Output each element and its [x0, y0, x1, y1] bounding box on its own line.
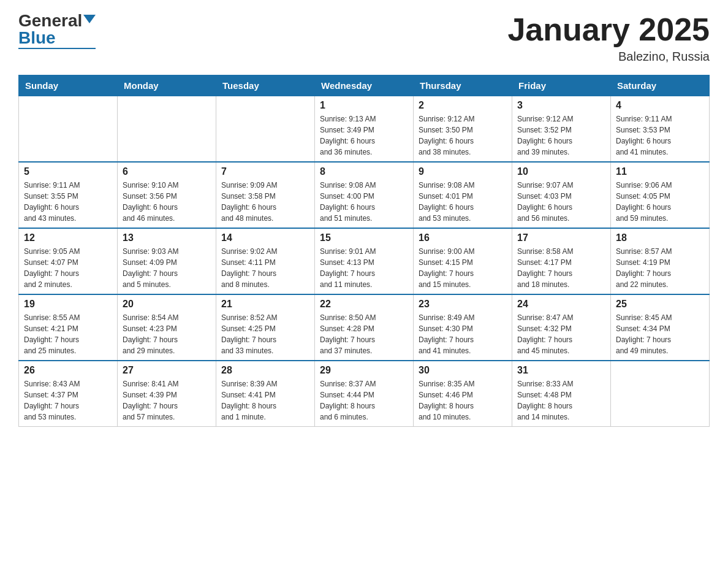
- day-number: 20: [123, 299, 211, 310]
- calendar-body: 1Sunrise: 9:13 AM Sunset: 3:49 PM Daylig…: [19, 96, 710, 427]
- logo: General Blue: [18, 12, 96, 49]
- day-number: 26: [24, 365, 112, 376]
- day-number: 9: [419, 166, 507, 177]
- calendar-cell: 27Sunrise: 8:41 AM Sunset: 4:39 PM Dayli…: [118, 361, 216, 427]
- calendar-cell: 8Sunrise: 9:08 AM Sunset: 4:00 PM Daylig…: [315, 162, 414, 228]
- day-number: 23: [419, 299, 507, 310]
- calendar-cell: 22Sunrise: 8:50 AM Sunset: 4:28 PM Dayli…: [315, 294, 414, 361]
- calendar-cell: 9Sunrise: 9:08 AM Sunset: 4:01 PM Daylig…: [414, 162, 512, 228]
- calendar-cell: 15Sunrise: 9:01 AM Sunset: 4:13 PM Dayli…: [315, 228, 414, 294]
- header-day-sunday: Sunday: [19, 75, 118, 96]
- calendar-cell: 12Sunrise: 9:05 AM Sunset: 4:07 PM Dayli…: [19, 228, 118, 294]
- day-info: Sunrise: 9:09 AM Sunset: 3:58 PM Dayligh…: [221, 180, 309, 224]
- day-number: 4: [616, 100, 704, 111]
- day-info: Sunrise: 8:52 AM Sunset: 4:25 PM Dayligh…: [221, 312, 309, 356]
- day-number: 1: [320, 100, 408, 111]
- calendar-cell: 26Sunrise: 8:43 AM Sunset: 4:37 PM Dayli…: [19, 361, 118, 427]
- day-info: Sunrise: 8:39 AM Sunset: 4:41 PM Dayligh…: [221, 378, 309, 423]
- calendar-cell: 21Sunrise: 8:52 AM Sunset: 4:25 PM Dayli…: [216, 294, 315, 361]
- day-number: 27: [123, 365, 211, 376]
- day-info: Sunrise: 8:49 AM Sunset: 4:30 PM Dayligh…: [419, 312, 507, 356]
- day-number: 3: [517, 100, 605, 111]
- day-info: Sunrise: 8:47 AM Sunset: 4:32 PM Dayligh…: [517, 312, 605, 356]
- calendar-cell: 23Sunrise: 8:49 AM Sunset: 4:30 PM Dayli…: [414, 294, 512, 361]
- header-row: SundayMondayTuesdayWednesdayThursdayFrid…: [19, 75, 710, 96]
- calendar-cell: 16Sunrise: 9:00 AM Sunset: 4:15 PM Dayli…: [414, 228, 512, 294]
- day-number: 10: [517, 166, 605, 177]
- calendar-cell: 19Sunrise: 8:55 AM Sunset: 4:21 PM Dayli…: [19, 294, 118, 361]
- day-number: 22: [320, 299, 408, 310]
- calendar-header: SundayMondayTuesdayWednesdayThursdayFrid…: [19, 75, 710, 96]
- day-number: 29: [320, 365, 408, 376]
- day-info: Sunrise: 8:54 AM Sunset: 4:23 PM Dayligh…: [123, 312, 211, 356]
- day-info: Sunrise: 8:37 AM Sunset: 4:44 PM Dayligh…: [320, 378, 408, 423]
- calendar-cell: 10Sunrise: 9:07 AM Sunset: 4:03 PM Dayli…: [512, 162, 611, 228]
- calendar-cell: 29Sunrise: 8:37 AM Sunset: 4:44 PM Dayli…: [315, 361, 414, 427]
- calendar-cell: 7Sunrise: 9:09 AM Sunset: 3:58 PM Daylig…: [216, 162, 315, 228]
- day-info: Sunrise: 8:45 AM Sunset: 4:34 PM Dayligh…: [616, 312, 704, 356]
- calendar-cell: 18Sunrise: 8:57 AM Sunset: 4:19 PM Dayli…: [611, 228, 710, 294]
- calendar-cell: 11Sunrise: 9:06 AM Sunset: 4:05 PM Dayli…: [611, 162, 710, 228]
- calendar-cell: 4Sunrise: 9:11 AM Sunset: 3:53 PM Daylig…: [611, 96, 710, 163]
- calendar-cell: 1Sunrise: 9:13 AM Sunset: 3:49 PM Daylig…: [315, 96, 414, 163]
- day-info: Sunrise: 9:03 AM Sunset: 4:09 PM Dayligh…: [123, 246, 211, 290]
- day-info: Sunrise: 8:33 AM Sunset: 4:48 PM Dayligh…: [517, 378, 605, 423]
- calendar-cell: 2Sunrise: 9:12 AM Sunset: 3:50 PM Daylig…: [414, 96, 512, 163]
- day-info: Sunrise: 9:11 AM Sunset: 3:55 PM Dayligh…: [24, 180, 112, 224]
- day-number: 17: [517, 232, 605, 243]
- day-info: Sunrise: 8:57 AM Sunset: 4:19 PM Dayligh…: [616, 246, 704, 290]
- page-header: General Blue January 2025 Balezino, Russ…: [18, 12, 710, 64]
- calendar-cell: 30Sunrise: 8:35 AM Sunset: 4:46 PM Dayli…: [414, 361, 512, 427]
- day-number: 5: [24, 166, 112, 177]
- day-number: 21: [221, 299, 309, 310]
- day-info: Sunrise: 8:50 AM Sunset: 4:28 PM Dayligh…: [320, 312, 408, 356]
- day-info: Sunrise: 9:00 AM Sunset: 4:15 PM Dayligh…: [419, 246, 507, 290]
- calendar-table: SundayMondayTuesdayWednesdayThursdayFrid…: [18, 75, 710, 427]
- logo-underline: [18, 48, 96, 49]
- logo-triangle-icon: [83, 15, 96, 23]
- day-number: 15: [320, 232, 408, 243]
- day-info: Sunrise: 9:01 AM Sunset: 4:13 PM Dayligh…: [320, 246, 408, 290]
- calendar-cell: [118, 96, 216, 163]
- day-number: 2: [419, 100, 507, 111]
- calendar-cell: 13Sunrise: 9:03 AM Sunset: 4:09 PM Dayli…: [118, 228, 216, 294]
- calendar-week-2: 5Sunrise: 9:11 AM Sunset: 3:55 PM Daylig…: [19, 162, 710, 228]
- header-day-monday: Monday: [118, 75, 216, 96]
- title-block: January 2025 Balezino, Russia: [507, 12, 710, 64]
- day-number: 11: [616, 166, 704, 177]
- calendar-cell: [216, 96, 315, 163]
- header-day-friday: Friday: [512, 75, 611, 96]
- calendar-cell: 3Sunrise: 9:12 AM Sunset: 3:52 PM Daylig…: [512, 96, 611, 163]
- day-info: Sunrise: 9:12 AM Sunset: 3:52 PM Dayligh…: [517, 113, 605, 158]
- day-info: Sunrise: 9:13 AM Sunset: 3:49 PM Dayligh…: [320, 113, 408, 158]
- day-number: 18: [616, 232, 704, 243]
- day-number: 13: [123, 232, 211, 243]
- day-info: Sunrise: 8:41 AM Sunset: 4:39 PM Dayligh…: [123, 378, 211, 423]
- calendar-cell: [611, 361, 710, 427]
- day-number: 12: [24, 232, 112, 243]
- logo-general-text: General: [18, 12, 82, 29]
- day-number: 19: [24, 299, 112, 310]
- calendar-cell: 17Sunrise: 8:58 AM Sunset: 4:17 PM Dayli…: [512, 228, 611, 294]
- page-subtitle: Balezino, Russia: [507, 50, 710, 64]
- day-info: Sunrise: 8:55 AM Sunset: 4:21 PM Dayligh…: [24, 312, 112, 356]
- day-number: 28: [221, 365, 309, 376]
- calendar-week-3: 12Sunrise: 9:05 AM Sunset: 4:07 PM Dayli…: [19, 228, 710, 294]
- calendar-week-1: 1Sunrise: 9:13 AM Sunset: 3:49 PM Daylig…: [19, 96, 710, 163]
- calendar-cell: 28Sunrise: 8:39 AM Sunset: 4:41 PM Dayli…: [216, 361, 315, 427]
- day-number: 24: [517, 299, 605, 310]
- day-info: Sunrise: 8:35 AM Sunset: 4:46 PM Dayligh…: [419, 378, 507, 423]
- calendar-cell: 20Sunrise: 8:54 AM Sunset: 4:23 PM Dayli…: [118, 294, 216, 361]
- page-title: January 2025: [507, 12, 710, 47]
- calendar-cell: 25Sunrise: 8:45 AM Sunset: 4:34 PM Dayli…: [611, 294, 710, 361]
- day-info: Sunrise: 8:43 AM Sunset: 4:37 PM Dayligh…: [24, 378, 112, 423]
- day-info: Sunrise: 8:58 AM Sunset: 4:17 PM Dayligh…: [517, 246, 605, 290]
- logo-blue-text: Blue: [18, 29, 56, 47]
- day-number: 14: [221, 232, 309, 243]
- day-number: 8: [320, 166, 408, 177]
- day-info: Sunrise: 9:08 AM Sunset: 4:00 PM Dayligh…: [320, 180, 408, 224]
- header-day-thursday: Thursday: [414, 75, 512, 96]
- header-day-wednesday: Wednesday: [315, 75, 414, 96]
- calendar-cell: 24Sunrise: 8:47 AM Sunset: 4:32 PM Dayli…: [512, 294, 611, 361]
- day-info: Sunrise: 9:08 AM Sunset: 4:01 PM Dayligh…: [419, 180, 507, 224]
